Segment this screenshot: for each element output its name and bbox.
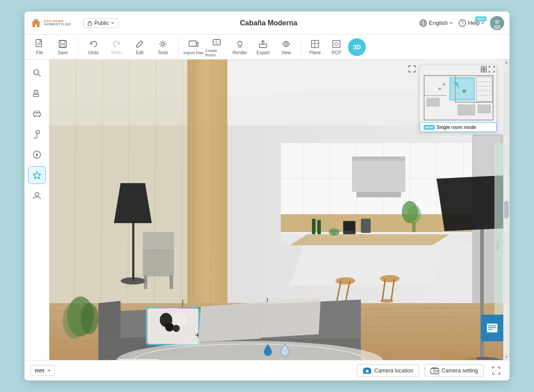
unit-selector[interactable]: mm (31, 365, 55, 376)
edit-label: Edit (136, 50, 143, 55)
globe-icon (419, 19, 427, 27)
logo-area: EASYHOME HOMESTYLER (30, 17, 79, 29)
svg-rect-172 (484, 70, 486, 72)
logo-icon (30, 17, 42, 29)
redo-label: Redo (111, 50, 122, 55)
language-selector[interactable]: English (419, 19, 453, 27)
right-scroll[interactable]: ▲ ▼ (503, 60, 510, 360)
camera-setting-label: Camera setting (442, 368, 478, 374)
svg-rect-182 (457, 104, 475, 116)
user-avatar[interactable] (490, 16, 504, 30)
export-button[interactable]: Export (251, 36, 275, 58)
svg-rect-169 (481, 67, 483, 69)
sidebar-furniture-btn[interactable] (28, 105, 46, 123)
toolbar-group-edit: Undo Redo Edit (82, 36, 178, 58)
tools-button[interactable]: Tools (151, 36, 174, 58)
svg-rect-28 (312, 40, 319, 48)
scroll-thumb[interactable] (504, 201, 509, 219)
svg-rect-18 (61, 40, 65, 44)
svg-marker-94 (290, 234, 450, 245)
undo-button[interactable]: Undo (82, 36, 105, 58)
svg-rect-109 (333, 229, 336, 234)
svg-line-34 (38, 74, 40, 76)
blue-panel-br[interactable] (481, 315, 503, 341)
svg-point-27 (285, 43, 287, 45)
droplet-filled-btn[interactable] (260, 342, 275, 357)
svg-point-117 (408, 205, 421, 223)
fullscreen-minimap-icon[interactable] (489, 66, 495, 72)
sidebar-search-btn[interactable] (28, 64, 46, 82)
scroll-up-arrow[interactable]: ▲ (505, 60, 508, 64)
svg-point-32 (335, 42, 338, 46)
user-icon (32, 191, 41, 200)
compass-icon (32, 150, 41, 159)
note-icon (486, 323, 498, 333)
viewport-expand-icon[interactable] (408, 65, 416, 75)
plane-tab[interactable]: Plane (305, 36, 325, 58)
svg-rect-19 (61, 45, 65, 47)
svg-rect-171 (481, 70, 483, 72)
scroll-down-arrow[interactable]: ▼ (505, 355, 508, 359)
sidebar-star-btn[interactable] (28, 166, 46, 184)
3d-tab[interactable]: 3D (348, 38, 366, 56)
svg-point-199 (433, 370, 436, 372)
unit-chevron-icon (47, 369, 51, 372)
camera-setting-icon (430, 367, 439, 374)
svg-rect-192 (487, 324, 498, 332)
fullscreen-button[interactable] (489, 364, 503, 378)
droplet-outline-btn[interactable] (277, 342, 292, 357)
rcp-tab[interactable]: RCP (327, 36, 346, 58)
expand-icon[interactable] (481, 66, 487, 72)
left-sidebar (24, 60, 49, 360)
redo-icon (111, 39, 122, 49)
viewport[interactable]: NEW Single room mode (49, 60, 503, 360)
import-plan-button[interactable]: Import Plan (182, 36, 205, 58)
svg-point-121 (121, 277, 146, 284)
file-icon (34, 39, 45, 49)
camera-setting-button[interactable]: Camera setting (425, 364, 484, 377)
public-button[interactable]: Public (83, 18, 118, 28)
single-room-text: Single room mode (437, 124, 476, 130)
svg-rect-104 (344, 222, 355, 231)
edit-button[interactable]: Edit (128, 36, 151, 58)
create-room-button[interactable]: Create Room (205, 36, 228, 58)
import-plan-icon (188, 39, 199, 50)
svg-marker-144 (198, 302, 263, 342)
top-right-controls: English NEW ? Help (419, 16, 504, 30)
lang-chevron-icon (449, 21, 453, 25)
sidebar-hammer-btn[interactable] (28, 84, 46, 102)
top-bar: EASYHOME HOMESTYLER Public Cabaña Modern… (24, 12, 510, 35)
svg-rect-17 (59, 40, 66, 48)
svg-rect-119 (132, 223, 134, 281)
svg-point-139 (165, 323, 174, 332)
new-badge-help: NEW (475, 16, 486, 21)
file-button[interactable]: File (28, 36, 51, 58)
tools-icon (158, 39, 168, 49)
sidebar-paint-btn[interactable] (28, 125, 46, 143)
svg-point-12 (495, 20, 499, 24)
floorplan-svg (420, 73, 497, 122)
undo-label: Undo (88, 50, 99, 55)
camera-location-icon (363, 367, 372, 374)
render-icon (235, 39, 245, 49)
svg-point-138 (174, 312, 186, 327)
camera-location-button[interactable]: Camera location (357, 364, 419, 377)
toolbar: File Save (24, 35, 510, 60)
tools-label: Tools (158, 50, 168, 55)
help-button[interactable]: NEW ? Help (458, 19, 485, 27)
star-icon (32, 171, 41, 180)
sidebar-compass-btn[interactable] (28, 146, 46, 164)
save-button[interactable]: Save (51, 36, 74, 58)
svg-rect-106 (312, 219, 316, 234)
sidebar-user-btn[interactable] (28, 187, 46, 204)
svg-rect-168 (494, 143, 503, 321)
render-button[interactable]: Render (228, 36, 251, 58)
chevron-down-icon (111, 21, 114, 25)
svg-rect-2 (34, 19, 38, 21)
redo-button[interactable]: Redo (105, 36, 128, 58)
svg-rect-122 (143, 250, 174, 276)
new-badge-minimap: NEW (424, 125, 435, 130)
render-label: Render (233, 50, 247, 55)
view-button[interactable]: View (275, 36, 298, 58)
svg-rect-35 (33, 94, 39, 96)
